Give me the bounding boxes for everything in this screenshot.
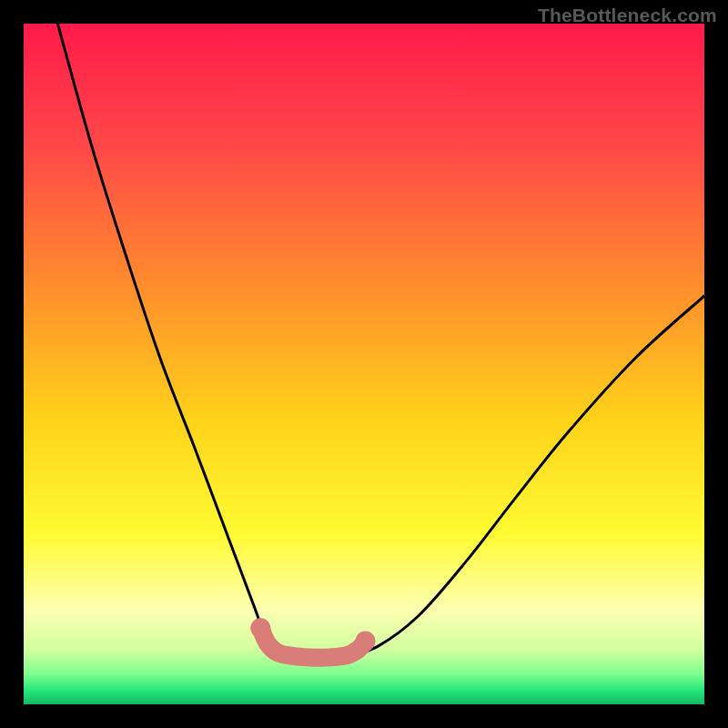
highlight-dot-end [355,631,375,651]
chart-frame: TheBottleneck.com [0,0,728,728]
plot-area [24,24,704,704]
watermark-text: TheBottleneck.com [538,5,717,26]
highlight-dot-start [250,618,270,638]
chart-canvas [24,24,704,704]
gradient-background [24,24,704,704]
